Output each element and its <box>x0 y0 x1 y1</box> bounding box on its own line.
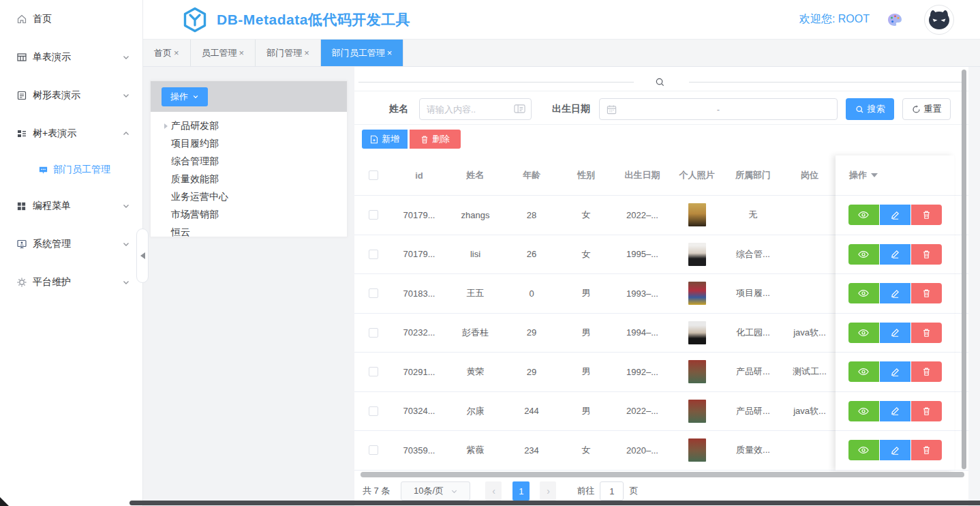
edit-button[interactable] <box>880 401 910 421</box>
row-checkbox[interactable] <box>369 367 378 376</box>
tab-close-icon[interactable]: × <box>239 48 245 58</box>
edit-button[interactable] <box>880 361 910 382</box>
page-size-select[interactable]: 10条/页 <box>401 481 470 501</box>
sidebar-item-tree-plus-table[interactable]: 树+表演示 <box>0 115 142 153</box>
cell-dept: 化工园... <box>722 327 784 339</box>
filter-caret-icon[interactable] <box>871 173 878 177</box>
tab-dept-employee-mgmt[interactable]: 部门员工管理 × <box>321 40 404 66</box>
view-button[interactable] <box>848 205 879 225</box>
view-button[interactable] <box>848 244 879 265</box>
page-number-button[interactable]: 1 <box>512 481 530 501</box>
tree-node-quality[interactable]: 质量效能部 <box>160 170 347 188</box>
sidebar-item-label: 树+表演示 <box>33 128 122 140</box>
view-button[interactable] <box>848 440 879 460</box>
sidebar-item-single-table[interactable]: 单表演示 <box>0 38 142 76</box>
tree-action-dropdown-button[interactable]: 操作 <box>162 87 208 106</box>
view-button[interactable] <box>848 283 879 303</box>
cell-dept: 无 <box>722 209 784 221</box>
tree-node-hengyun[interactable]: 恒云 <box>160 224 347 241</box>
tab-close-icon[interactable]: × <box>387 48 393 58</box>
tree-expand-icon[interactable] <box>160 123 171 129</box>
row-checkbox[interactable] <box>369 328 378 338</box>
user-avatar[interactable] <box>924 5 954 35</box>
tree-node-product-rd[interactable]: 产品研发部 <box>160 117 347 135</box>
right-scroll-gutter <box>968 67 980 506</box>
next-page-button[interactable]: › <box>540 481 556 501</box>
page-horizontal-scrollbar[interactable] <box>129 501 980 505</box>
view-button[interactable] <box>848 323 879 343</box>
sidebar-item-home[interactable]: 首页 <box>0 0 142 38</box>
column-header-photo[interactable]: 个人照片 <box>671 169 722 181</box>
name-input[interactable] <box>419 98 532 120</box>
column-header-post[interactable]: 岗位 <box>784 169 836 181</box>
cell-id: 70183... <box>392 288 446 299</box>
sidebar-item-platform-maintenance[interactable]: 平台维护 <box>0 263 142 301</box>
sidebar-item-programming-menu[interactable]: 编程菜单 <box>0 187 142 225</box>
view-button[interactable] <box>848 401 879 421</box>
column-header-name[interactable]: 姓名 <box>446 169 504 181</box>
select-all-checkbox[interactable] <box>369 170 378 180</box>
vertical-scrollbar[interactable] <box>962 70 966 469</box>
add-button[interactable]: 新增 <box>362 130 408 149</box>
row-checkbox[interactable] <box>369 210 378 220</box>
row-delete-button[interactable] <box>911 205 942 225</box>
eye-icon <box>858 329 869 337</box>
search-form: 姓名 出生日期 - 搜索 <box>354 98 968 120</box>
edit-button[interactable] <box>880 205 910 225</box>
column-header-id[interactable]: id <box>392 170 446 181</box>
row-checkbox[interactable] <box>369 445 378 455</box>
trash-icon <box>922 250 931 259</box>
row-checkbox[interactable] <box>369 288 378 298</box>
sidebar-collapse-handle[interactable] <box>136 228 149 283</box>
tab-dept-mgmt[interactable]: 部门管理 × <box>256 40 321 66</box>
cell-birthdate: 2020–... <box>613 445 671 456</box>
delete-button[interactable]: 删除 <box>410 130 461 149</box>
row-delete-button[interactable] <box>911 283 942 303</box>
theme-palette-icon[interactable] <box>887 13 902 27</box>
reset-button[interactable]: 重置 <box>902 98 951 120</box>
tab-employee-mgmt[interactable]: 员工管理 × <box>191 40 256 66</box>
row-checkbox[interactable] <box>369 250 378 259</box>
tab-close-icon[interactable]: × <box>174 48 179 58</box>
edit-button[interactable] <box>880 283 910 303</box>
tree-node-project-delivery[interactable]: 项目履约部 <box>160 135 347 153</box>
tree-node-marketing[interactable]: 市场营销部 <box>160 206 347 224</box>
sidebar-item-tree-table-demo[interactable]: 树形表演示 <box>0 76 142 115</box>
name-input-field[interactable] <box>427 104 512 115</box>
table-horizontal-scrollbar[interactable] <box>361 472 964 477</box>
edit-button[interactable] <box>880 440 910 460</box>
chevron-down-icon <box>122 202 130 210</box>
column-header-birthdate[interactable]: 出生日期 <box>613 169 671 181</box>
row-delete-button[interactable] <box>911 244 942 265</box>
tree-node-business-ops[interactable]: 业务运营中心 <box>160 188 347 206</box>
sidebar-item-dept-employee-mgmt[interactable]: 部门员工管理 <box>0 153 142 187</box>
cell-post: java软... <box>784 405 836 417</box>
row-actions <box>836 274 954 314</box>
cell-id: 70179... <box>392 249 446 259</box>
search-toggle-icon[interactable] <box>653 76 667 88</box>
tree-node-general-mgmt[interactable]: 综合管理部 <box>160 153 347 170</box>
edit-button[interactable] <box>880 244 910 265</box>
row-delete-button[interactable] <box>911 440 942 460</box>
column-header-age[interactable]: 年龄 <box>504 169 559 181</box>
row-delete-button[interactable] <box>911 323 942 343</box>
tab-close-icon[interactable]: × <box>304 48 309 58</box>
row-delete-button[interactable] <box>911 401 942 421</box>
trash-icon <box>420 135 429 144</box>
birthdate-range-input[interactable]: - <box>599 98 838 120</box>
column-header-dept[interactable]: 所属部门 <box>722 169 784 181</box>
search-icon <box>855 105 864 114</box>
row-actions <box>836 235 954 275</box>
eye-icon <box>858 211 869 219</box>
tab-home[interactable]: 首页 × <box>143 40 191 66</box>
search-button[interactable]: 搜索 <box>846 98 894 120</box>
goto-page-input[interactable] <box>600 481 624 501</box>
prev-page-button[interactable]: ‹ <box>485 481 502 501</box>
column-header-gender[interactable]: 性别 <box>559 169 613 181</box>
row-delete-button[interactable] <box>911 361 942 382</box>
arrow-left-icon <box>140 252 145 259</box>
edit-button[interactable] <box>880 323 910 343</box>
row-checkbox[interactable] <box>369 406 378 416</box>
sidebar-item-system-mgmt[interactable]: 系统管理 <box>0 225 142 263</box>
view-button[interactable] <box>848 361 879 382</box>
